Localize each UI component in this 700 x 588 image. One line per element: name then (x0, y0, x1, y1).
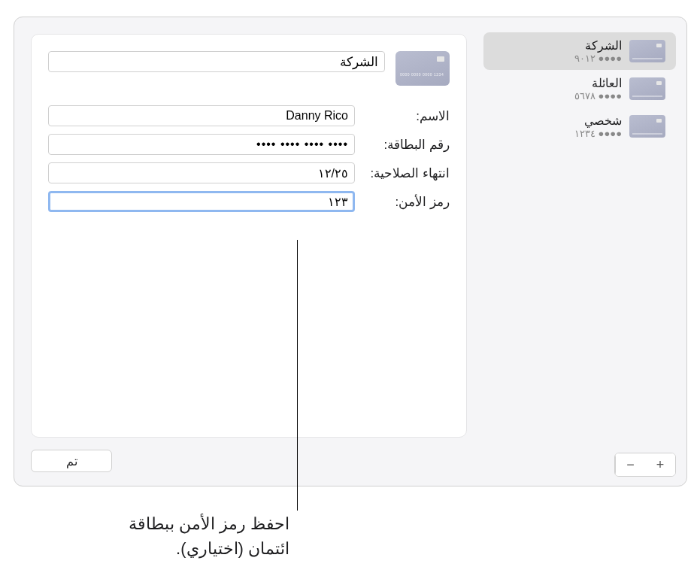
credit-card-large-icon: 0000 0000 0000 1234 (395, 51, 450, 86)
callout-text: احفظ رمز الأمن ببطاقة ائتمان (اختياري). (83, 511, 289, 561)
card-number-input[interactable] (48, 134, 355, 155)
sidebar-controls: + − (483, 453, 676, 486)
done-row: تم (31, 438, 467, 472)
card-list: الشركة ٩٠١٢ ●●●● العائلة ٥٦٧٨ ●●●● شخصي (483, 32, 676, 453)
card-name: الشركة (585, 38, 622, 53)
callout-leader-line (297, 240, 298, 511)
card-last4: ٥٦٧٨ ●●●● (574, 90, 622, 102)
title-row: 0000 0000 0000 1234 (48, 51, 450, 86)
security-label: رمز الأمن: (361, 194, 450, 210)
main-panel: 0000 0000 0000 1234 الاسم: رقم البطاقة: … (14, 17, 483, 486)
cardholder-name-input[interactable] (48, 105, 355, 126)
name-label: الاسم: (361, 108, 450, 124)
expiry-label: انتهاء الصلاحية: (361, 165, 450, 181)
card-name: العائلة (592, 76, 622, 90)
cards-sidebar: الشركة ٩٠١٢ ●●●● العائلة ٥٦٧٨ ●●●● شخصي (483, 17, 686, 486)
card-detail: 0000 0000 0000 1234 الاسم: رقم البطاقة: … (31, 34, 467, 438)
card-name: شخصي (584, 114, 622, 128)
credit-card-icon (629, 77, 665, 100)
body-area: الشركة ٩٠١٢ ●●●● العائلة ٥٦٧٨ ●●●● شخصي (14, 17, 686, 486)
autofill-cards-window: الشركة ٩٠١٢ ●●●● العائلة ٥٦٧٨ ●●●● شخصي (14, 17, 687, 486)
card-item-company[interactable]: الشركة ٩٠١٢ ●●●● (483, 32, 676, 70)
card-item-personal[interactable]: شخصي ١٢٣٤ ●●●● (483, 108, 676, 145)
expiry-input[interactable] (48, 162, 355, 183)
card-title-input[interactable] (48, 51, 385, 72)
card-item-family[interactable]: العائلة ٥٦٧٨ ●●●● (483, 70, 676, 108)
credit-card-icon (629, 40, 665, 62)
done-button[interactable]: تم (31, 450, 112, 472)
remove-card-button[interactable]: − (615, 453, 645, 476)
card-last4: ٩٠١٢ ●●●● (574, 53, 622, 64)
number-label: رقم البطاقة: (361, 137, 450, 153)
security-code-input[interactable] (48, 191, 355, 212)
card-last4: ١٢٣٤ ●●●● (574, 128, 622, 139)
credit-card-icon (629, 115, 665, 138)
add-card-button[interactable]: + (645, 453, 675, 476)
